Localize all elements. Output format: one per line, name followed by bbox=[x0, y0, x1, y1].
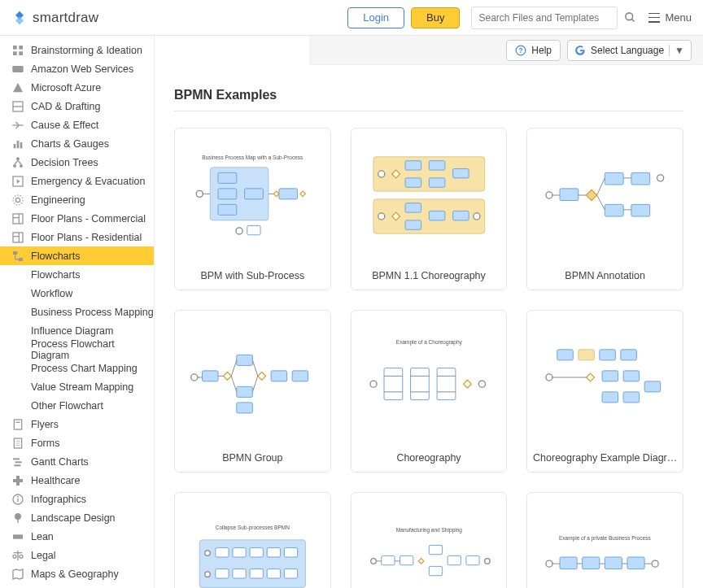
tree2-icon bbox=[11, 512, 24, 525]
help-button[interactable]: ? Help bbox=[506, 40, 561, 61]
chart-icon bbox=[11, 137, 24, 150]
svg-rect-149 bbox=[284, 548, 297, 557]
svg-rect-122 bbox=[410, 368, 429, 400]
svg-rect-106 bbox=[237, 386, 253, 397]
template-thumbnail: Manufacturing and Shipping bbox=[352, 493, 507, 588]
buy-button[interactable]: Buy bbox=[411, 7, 460, 28]
sidebar-subitem-process-flowchart-diagram[interactable]: Process Flowchart Diagram bbox=[0, 340, 154, 359]
svg-point-55 bbox=[20, 555, 23, 558]
sidebar-item-amazon-web-services[interactable]: Amazon Web Services bbox=[0, 59, 154, 78]
health-icon bbox=[11, 474, 24, 487]
sidebar-item-forms[interactable]: Forms bbox=[0, 433, 154, 452]
svg-rect-78 bbox=[429, 161, 445, 170]
svg-rect-77 bbox=[405, 178, 421, 187]
template-card[interactable]: BPMN Annotation bbox=[526, 128, 683, 290]
sidebar-item-emergency-evacuation[interactable]: Emergency & Evacuation bbox=[0, 172, 154, 190]
svg-point-169 bbox=[546, 560, 552, 567]
svg-rect-108 bbox=[271, 371, 287, 381]
template-card[interactable]: BPMN Group bbox=[174, 310, 331, 473]
svg-rect-143 bbox=[199, 540, 305, 588]
template-card[interactable]: Manufacturing and Shipping bbox=[351, 492, 508, 588]
svg-point-74 bbox=[378, 171, 384, 177]
sidebar-item-decision-trees[interactable]: Decision Trees bbox=[0, 153, 154, 172]
svg-rect-35 bbox=[14, 420, 21, 429]
sidebar-item-charts-gauges[interactable]: Charts & Gauges bbox=[0, 134, 154, 153]
svg-rect-14 bbox=[17, 141, 20, 148]
flow-icon bbox=[11, 250, 24, 263]
svg-line-114 bbox=[231, 376, 237, 392]
sidebar-item-healthcare[interactable]: Healthcare bbox=[0, 471, 154, 490]
sidebar-subitem-workflow[interactable]: Workflow bbox=[0, 284, 154, 303]
svg-marker-22 bbox=[17, 179, 20, 183]
svg-rect-43 bbox=[14, 464, 20, 466]
svg-line-99 bbox=[597, 195, 605, 210]
svg-rect-41 bbox=[13, 458, 20, 460]
svg-point-23 bbox=[15, 198, 20, 202]
svg-rect-4 bbox=[13, 51, 17, 55]
tree-icon bbox=[11, 156, 24, 169]
language-selector[interactable]: Select Language ▼ bbox=[567, 40, 692, 61]
floor-icon bbox=[11, 212, 24, 225]
svg-rect-155 bbox=[284, 569, 297, 578]
svg-rect-131 bbox=[557, 350, 574, 360]
template-card[interactable]: BPMN 1.1 Choreography bbox=[351, 128, 508, 290]
svg-rect-93 bbox=[631, 172, 650, 185]
sidebar-item-label: Decision Trees bbox=[31, 157, 98, 168]
menu-button[interactable]: Menu bbox=[648, 11, 692, 24]
sidebar-item-label: Engineering bbox=[31, 194, 85, 206]
sidebar-item-label: Forms bbox=[31, 438, 59, 449]
sidebar-item-gantt-charts[interactable]: Gantt Charts bbox=[0, 452, 154, 471]
search-input[interactable] bbox=[471, 7, 618, 29]
template-card[interactable]: Example of a ChoreographyChoreography bbox=[351, 310, 508, 473]
svg-text:Example of a Choreography: Example of a Choreography bbox=[396, 339, 463, 346]
template-card[interactable]: Example of a private Business Process bbox=[526, 492, 683, 588]
sidebar-subitem-value-stream-mapping[interactable]: Value Stream Mapping bbox=[0, 377, 154, 396]
sidebar-item-cause-effect[interactable]: Cause & Effect bbox=[0, 115, 154, 134]
template-card[interactable]: Business Process Map with a Sub-ProcessB… bbox=[174, 128, 331, 290]
svg-rect-3 bbox=[19, 46, 23, 50]
template-card[interactable]: Collapse Sub-processes BPMN bbox=[174, 492, 331, 588]
svg-point-88 bbox=[546, 192, 552, 198]
svg-rect-134 bbox=[621, 350, 637, 360]
sidebar-subitem-flowcharts[interactable]: Flowcharts bbox=[0, 265, 154, 284]
sidebar-item-microsoft-azure[interactable]: Microsoft Azure bbox=[0, 78, 154, 97]
sidebar-item-landscape-design[interactable]: Landscape Design bbox=[0, 508, 154, 527]
sidebar-item-infographics[interactable]: Infographics bbox=[0, 490, 154, 508]
sidebar-item-flyers[interactable]: Flyers bbox=[0, 415, 154, 433]
sidebar-item-floor-plans-commercial[interactable]: Floor Plans - Commercial bbox=[0, 209, 154, 228]
template-thumbnail: Example of a private Business Process bbox=[527, 493, 683, 588]
sidebar-item-label: Charts & Gauges bbox=[31, 138, 109, 150]
sidebar[interactable]: Brainstorming & IdeationAmazon Web Servi… bbox=[0, 36, 155, 588]
search-icon[interactable] bbox=[618, 6, 642, 30]
sidebar-subitem-other-flowchart[interactable]: Other Flowchart bbox=[0, 396, 154, 415]
svg-rect-79 bbox=[429, 178, 445, 187]
secondary-toolbar: ? Help Select Language ▼ bbox=[309, 36, 703, 65]
svg-point-144 bbox=[205, 551, 211, 556]
svg-rect-147 bbox=[250, 548, 263, 557]
svg-point-16 bbox=[16, 157, 20, 160]
sidebar-item-maps-geography[interactable]: Maps & Geography bbox=[0, 564, 154, 583]
svg-rect-125 bbox=[437, 368, 456, 400]
sidebar-item-lean[interactable]: Lean bbox=[0, 527, 154, 546]
sidebar-item-cad-drafting[interactable]: CAD & Drafting bbox=[0, 97, 154, 115]
sidebar-item-engineering[interactable]: Engineering bbox=[0, 190, 154, 209]
template-thumbnail bbox=[527, 128, 683, 262]
login-button[interactable]: Login bbox=[347, 7, 404, 28]
sidebar-item-brainstorming-ideation[interactable]: Brainstorming & Ideation bbox=[0, 41, 154, 59]
map-icon bbox=[11, 568, 24, 581]
svg-point-48 bbox=[17, 495, 19, 497]
svg-rect-91 bbox=[605, 172, 624, 185]
azure-icon bbox=[11, 81, 24, 94]
svg-marker-66 bbox=[273, 191, 279, 197]
template-card[interactable]: Choreography Example Diagr… bbox=[526, 310, 683, 473]
sidebar-subitem-process-chart-mapping[interactable]: Process Chart Mapping bbox=[0, 359, 154, 377]
sidebar-item-legal[interactable]: Legal bbox=[0, 546, 154, 564]
google-translate-icon bbox=[574, 45, 586, 56]
svg-rect-139 bbox=[623, 392, 640, 403]
logo[interactable]: smartdraw bbox=[11, 10, 98, 26]
sidebar-item-label: Floor Plans - Residential bbox=[31, 232, 142, 243]
sidebar-subitem-business-process-mapping[interactable]: Business Process Mapping bbox=[0, 303, 154, 321]
sidebar-item-floor-plans-residential[interactable]: Floor Plans - Residential bbox=[0, 228, 154, 246]
sidebar-item-flowcharts[interactable]: Flowcharts bbox=[0, 246, 154, 265]
template-thumbnail: Example of a Choreography bbox=[352, 311, 507, 444]
